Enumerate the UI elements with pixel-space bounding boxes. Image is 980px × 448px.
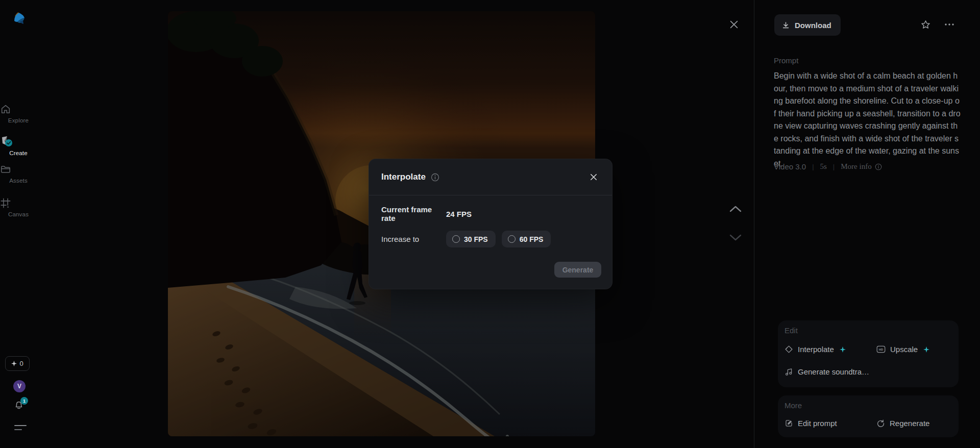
modal-header: Interpolate — [369, 159, 612, 195]
create-icon — [0, 135, 37, 147]
download-label: Download — [795, 21, 831, 30]
increase-to-row: Increase to 30 FPS 60 FPS — [381, 231, 557, 247]
sparkle-icon — [11, 361, 17, 366]
increase-to-label: Increase to — [381, 235, 446, 243]
sidebar-item-label: Create — [0, 150, 37, 156]
folder-icon — [0, 164, 37, 175]
fps-option-30[interactable]: 30 FPS — [446, 231, 496, 247]
fps-option-60[interactable]: 60 FPS — [502, 231, 551, 247]
panel-item-label: Generate soundtra… — [798, 367, 869, 376]
generate-button[interactable]: Generate — [554, 262, 601, 278]
generation-meta: Video 3.0 | 5s | More info — [774, 162, 882, 171]
hd-upscale-icon: HD — [876, 345, 886, 353]
sidebar-item-create[interactable]: Create — [0, 135, 37, 156]
model-version: Video 3.0 — [774, 162, 806, 171]
panel-item-label: Upscale — [890, 345, 918, 354]
chevron-up-icon[interactable] — [729, 204, 742, 214]
current-frame-rate-row: Current frame rate 24 FPS — [381, 207, 472, 220]
download-button[interactable]: Download — [774, 14, 841, 36]
panel-divider — [754, 0, 754, 448]
radio-icon — [452, 235, 460, 243]
info-icon[interactable] — [431, 173, 439, 182]
sidebar-item-canvas[interactable]: Canvas — [0, 197, 37, 217]
notifications-button[interactable]: 1 — [13, 399, 27, 412]
sidebar-item-explore[interactable]: Explore — [0, 104, 37, 123]
prompt-heading: Prompt — [774, 56, 798, 65]
credits-count: 0 — [19, 360, 23, 367]
prompt-text: Begin with a wide shot of a calm beach a… — [774, 70, 961, 170]
menu-icon[interactable] — [14, 425, 27, 430]
duration: 5s — [820, 162, 827, 171]
panel-item-label: Edit prompt — [798, 419, 837, 428]
avatar-initial: V — [17, 383, 21, 390]
sidebar-item-assets[interactable]: Assets — [0, 164, 37, 184]
more-options-icon[interactable] — [940, 15, 959, 34]
panel-item-label: Interpolate — [798, 345, 834, 354]
modal-divider — [369, 195, 612, 195]
download-icon — [781, 21, 790, 30]
premium-sparkle-icon — [923, 346, 929, 353]
interpolate-diamond-icon — [785, 345, 793, 354]
app-logo-icon[interactable] — [11, 10, 29, 28]
chevron-down-icon[interactable] — [729, 233, 742, 243]
sidebar-item-label: Assets — [0, 178, 37, 184]
regenerate-action[interactable]: Regenerate — [876, 419, 929, 428]
upscale-action[interactable]: HD Upscale — [876, 345, 929, 354]
radio-icon — [508, 235, 516, 243]
current-frame-rate-value: 24 FPS — [446, 210, 472, 218]
home-icon — [0, 104, 37, 115]
interpolate-modal: Interpolate Current frame rate 24 FPS In… — [369, 159, 612, 289]
music-note-icon — [785, 367, 793, 376]
refresh-icon — [876, 419, 885, 428]
close-icon[interactable] — [587, 171, 600, 183]
canvas-frame-icon — [0, 197, 37, 209]
sidebar: Explore Create Assets C — [0, 0, 37, 448]
interpolate-action[interactable]: Interpolate — [785, 345, 846, 354]
edit-prompt-action[interactable]: Edit prompt — [785, 419, 837, 428]
credits-button[interactable]: 0 — [5, 356, 30, 371]
notification-badge: 1 — [20, 397, 28, 405]
sidebar-item-label: Canvas — [0, 211, 37, 217]
generate-soundtrack-action[interactable]: Generate soundtra… — [785, 367, 869, 376]
sidebar-item-label: Explore — [0, 117, 37, 123]
avatar[interactable]: V — [13, 380, 26, 392]
more-section-heading: More — [785, 401, 802, 410]
more-info-link[interactable]: More info — [841, 162, 881, 171]
edit-section: Edit Interpolate HD Upscale — [778, 320, 959, 387]
more-section: More Edit prompt Regenerate — [778, 395, 959, 437]
svg-text:HD: HD — [879, 348, 883, 351]
modal-title: Interpolate — [381, 172, 426, 182]
favorite-star-icon[interactable] — [916, 15, 935, 34]
premium-sparkle-icon — [840, 346, 846, 353]
current-frame-rate-label: Current frame rate — [381, 205, 446, 222]
panel-item-label: Regenerate — [890, 419, 929, 428]
info-icon — [875, 163, 882, 170]
edit-pencil-icon — [785, 419, 793, 428]
close-viewer-icon[interactable] — [728, 19, 742, 32]
edit-section-heading: Edit — [785, 326, 798, 335]
